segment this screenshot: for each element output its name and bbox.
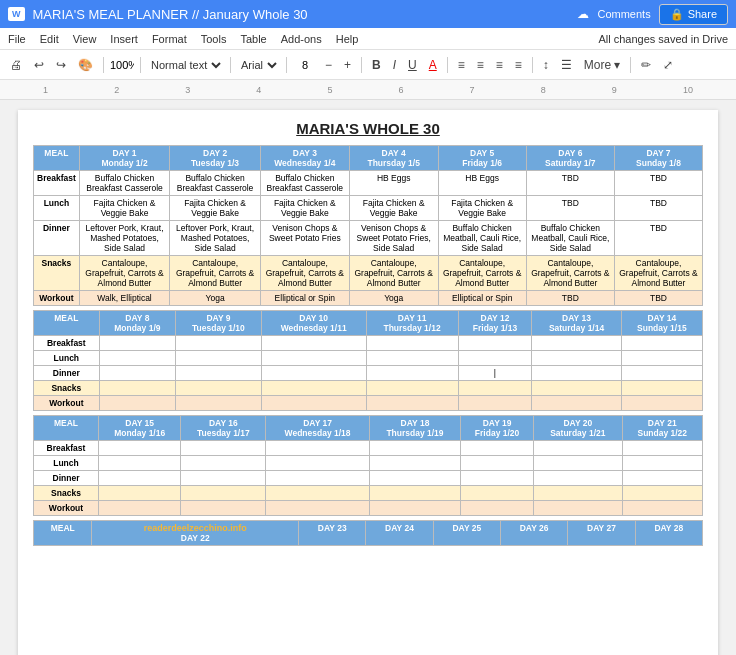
w1-breakfast-6[interactable]: TBD	[526, 171, 614, 196]
w2-dinner-5[interactable]: |	[458, 366, 532, 381]
w1-breakfast-2[interactable]: Buffalo Chicken Breakfast Casserole	[170, 171, 261, 196]
w1-breakfast-3[interactable]: Buffalo Chicken Breakfast Casserole	[260, 171, 349, 196]
paint-format-button[interactable]: 🎨	[74, 56, 97, 74]
w2-snacks-5[interactable]	[458, 381, 532, 396]
w1-workout-6[interactable]: TBD	[526, 291, 614, 306]
w2-dinner-2[interactable]	[176, 366, 262, 381]
w2-snacks-3[interactable]	[261, 381, 366, 396]
w1-lunch-5[interactable]: Fajita Chicken & Veggie Bake	[438, 196, 526, 221]
w1-dinner-2[interactable]: Leftover Pork, Kraut, Mashed Potatoes, S…	[170, 221, 261, 256]
w1-dinner-6[interactable]: Buffalo Chicken Meatball, Cauli Rice, Si…	[526, 221, 614, 256]
w2-workout-1[interactable]	[99, 396, 175, 411]
redo-button[interactable]: ↪	[52, 56, 70, 74]
w1-snacks-6[interactable]: Cantaloupe, Grapefruit, Carrots & Almond…	[526, 256, 614, 291]
w2-dinner-3[interactable]	[261, 366, 366, 381]
menu-help[interactable]: Help	[336, 33, 359, 45]
w2-workout-3[interactable]	[261, 396, 366, 411]
w1-breakfast-5[interactable]: HB Eggs	[438, 171, 526, 196]
w2-breakfast-4[interactable]	[366, 336, 458, 351]
color-button[interactable]: A	[425, 56, 441, 74]
w2-breakfast-1[interactable]	[99, 336, 175, 351]
w1-lunch-3[interactable]: Fajita Chicken & Veggie Bake	[260, 196, 349, 221]
w2-lunch-2[interactable]	[176, 351, 262, 366]
expand-button[interactable]: ⤢	[659, 56, 677, 74]
w1-lunch-2[interactable]: Fajita Chicken & Veggie Bake	[170, 196, 261, 221]
style-select[interactable]: Normal text	[147, 58, 224, 72]
w3-breakfast-1[interactable]	[98, 441, 180, 456]
justify-button[interactable]: ≡	[511, 56, 526, 74]
align-left-button[interactable]: ≡	[454, 56, 469, 74]
underline-button[interactable]: U	[404, 56, 421, 74]
fontsize-decrease[interactable]: −	[321, 56, 336, 74]
align-right-button[interactable]: ≡	[492, 56, 507, 74]
w1-snacks-5[interactable]: Cantaloupe, Grapefruit, Carrots & Almond…	[438, 256, 526, 291]
w2-lunch-4[interactable]	[366, 351, 458, 366]
w2-snacks-1[interactable]	[99, 381, 175, 396]
w2-lunch-5[interactable]	[458, 351, 532, 366]
w1-snacks-1[interactable]: Cantaloupe, Grapefruit, Carrots & Almond…	[79, 256, 170, 291]
w2-dinner-7[interactable]	[621, 366, 702, 381]
w1-snacks-7[interactable]: Cantaloupe, Grapefruit, Carrots & Almond…	[614, 256, 702, 291]
w2-dinner-6[interactable]	[532, 366, 621, 381]
zoom-input[interactable]	[110, 59, 134, 71]
w1-lunch-1[interactable]: Fajita Chicken & Veggie Bake	[79, 196, 170, 221]
w1-lunch-4[interactable]: Fajita Chicken & Veggie Bake	[349, 196, 438, 221]
w2-breakfast-5[interactable]	[458, 336, 532, 351]
w1-dinner-7[interactable]: TBD	[614, 221, 702, 256]
linespacing-button[interactable]: ↕	[539, 56, 553, 74]
menu-edit[interactable]: Edit	[40, 33, 59, 45]
w1-workout-3[interactable]: Elliptical or Spin	[260, 291, 349, 306]
comments-button[interactable]: Comments	[597, 8, 650, 20]
italic-button[interactable]: I	[389, 56, 400, 74]
menu-table[interactable]: Table	[240, 33, 266, 45]
fontsize-input[interactable]	[293, 59, 317, 71]
w2-snacks-4[interactable]	[366, 381, 458, 396]
bold-button[interactable]: B	[368, 56, 385, 74]
w2-snacks-2[interactable]	[176, 381, 262, 396]
w1-workout-4[interactable]: Yoga	[349, 291, 438, 306]
w1-breakfast-4[interactable]: HB Eggs	[349, 171, 438, 196]
undo-button[interactable]: ↩	[30, 56, 48, 74]
w1-lunch-6[interactable]: TBD	[526, 196, 614, 221]
w1-snacks-2[interactable]: Cantaloupe, Grapefruit, Carrots & Almond…	[170, 256, 261, 291]
align-center-button[interactable]: ≡	[473, 56, 488, 74]
w1-dinner-1[interactable]: Leftover Pork, Kraut, Mashed Potatoes, S…	[79, 221, 170, 256]
font-select[interactable]: Arial	[237, 58, 280, 72]
w1-workout-2[interactable]: Yoga	[170, 291, 261, 306]
menu-file[interactable]: File	[8, 33, 26, 45]
pencil-button[interactable]: ✏	[637, 56, 655, 74]
w2-workout-4[interactable]	[366, 396, 458, 411]
w2-lunch-3[interactable]	[261, 351, 366, 366]
more-button[interactable]: More ▾	[580, 56, 625, 74]
w2-dinner-4[interactable]	[366, 366, 458, 381]
w2-lunch-1[interactable]	[99, 351, 175, 366]
share-button[interactable]: 🔒 Share	[659, 4, 728, 25]
w2-workout-7[interactable]	[621, 396, 702, 411]
w1-snacks-4[interactable]: Cantaloupe, Grapefruit, Carrots & Almond…	[349, 256, 438, 291]
w1-workout-7[interactable]: TBD	[614, 291, 702, 306]
w1-lunch-7[interactable]: TBD	[614, 196, 702, 221]
w2-lunch-7[interactable]	[621, 351, 702, 366]
w1-dinner-5[interactable]: Buffalo Chicken Meatball, Cauli Rice, Si…	[438, 221, 526, 256]
w2-breakfast-6[interactable]	[532, 336, 621, 351]
w1-snacks-3[interactable]: Cantaloupe, Grapefruit, Carrots & Almond…	[260, 256, 349, 291]
w2-snacks-7[interactable]	[621, 381, 702, 396]
list-button[interactable]: ☰	[557, 56, 576, 74]
w2-workout-5[interactable]	[458, 396, 532, 411]
w2-workout-6[interactable]	[532, 396, 621, 411]
w1-workout-1[interactable]: Walk, Elliptical	[79, 291, 170, 306]
w1-workout-5[interactable]: Elliptical or Spin	[438, 291, 526, 306]
menu-tools[interactable]: Tools	[201, 33, 227, 45]
w1-breakfast-7[interactable]: TBD	[614, 171, 702, 196]
menu-addons[interactable]: Add-ons	[281, 33, 322, 45]
menu-insert[interactable]: Insert	[110, 33, 138, 45]
print-button[interactable]: 🖨	[6, 56, 26, 74]
w2-lunch-6[interactable]	[532, 351, 621, 366]
w1-dinner-3[interactable]: Venison Chops & Sweet Potato Fries	[260, 221, 349, 256]
fontsize-increase[interactable]: +	[340, 56, 355, 74]
w2-dinner-1[interactable]	[99, 366, 175, 381]
w2-breakfast-3[interactable]	[261, 336, 366, 351]
w1-breakfast-1[interactable]: Buffalo Chicken Breakfast Casserole	[79, 171, 170, 196]
w2-breakfast-2[interactable]	[176, 336, 262, 351]
w1-dinner-4[interactable]: Venison Chops & Sweet Potato Fries, Side…	[349, 221, 438, 256]
